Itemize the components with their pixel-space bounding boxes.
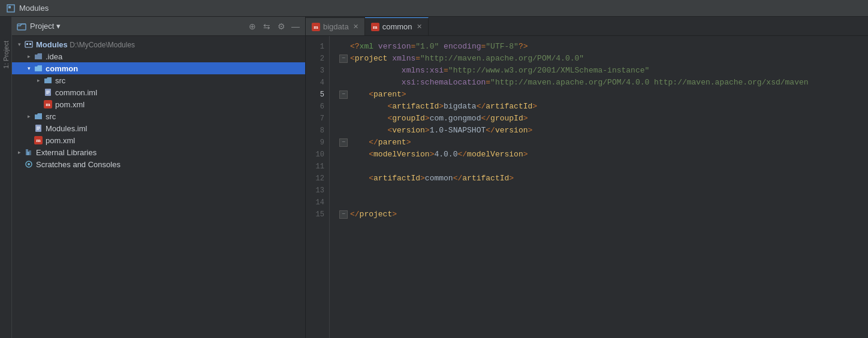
tree-arrow[interactable] (14, 147, 24, 157)
tab-bigdata-label: bigdata (323, 22, 349, 31)
code-line-5: − <parent> (339, 89, 868, 101)
svg-rect-4 (26, 43, 28, 45)
code-line-15: − </project> (339, 209, 868, 221)
code-line-13 (339, 185, 868, 197)
tree-label-src2: src (46, 112, 56, 121)
svg-rect-2 (17, 24, 26, 30)
line-num-11: 11 (306, 161, 329, 173)
tree-label: Modules D:\MyCode\Modules (36, 40, 135, 49)
code-line-11 (339, 161, 868, 173)
code-editor[interactable]: <?xml version="1.0" encoding="UTF-8" ?> … (330, 36, 868, 338)
tab-bigdata-icon: m (312, 23, 320, 31)
code-line-14 (339, 197, 868, 209)
modules-iml-icon (34, 123, 43, 133)
line-num-15: 15 (306, 209, 329, 221)
tree-label-pom1: pom.xml (55, 100, 85, 109)
title-bar-title: Modules (19, 4, 49, 13)
tree-item-scratches[interactable]: Scratches and Consoles (12, 158, 305, 170)
code-line-12: <artifactId> common </artifactId> (339, 173, 868, 185)
line-num-8: 8 (306, 125, 329, 137)
fold-btn-5[interactable]: − (339, 90, 348, 99)
tree-item-idea[interactable]: .idea (12, 50, 305, 62)
fold-btn-15[interactable]: − (339, 210, 348, 219)
tree-item-common-iml[interactable]: common.iml (12, 86, 305, 98)
tree-arrow[interactable] (24, 52, 34, 61)
tree-label-common: common (46, 64, 78, 73)
tab-common-label: common (382, 22, 412, 31)
filter-btn[interactable]: ⇆ (262, 22, 272, 31)
tree-arrow[interactable] (14, 40, 24, 49)
tree-label-pom2: pom.xml (46, 136, 75, 145)
code-line-4: xsi:schemaLocation="http://maven.apache.… (339, 77, 868, 89)
tree-label-scratches: Scratches and Consoles (36, 160, 120, 169)
tree-arrow[interactable] (24, 64, 34, 73)
code-line-2: − <project xmlns="http://maven.apache.or… (339, 53, 868, 65)
code-line-7: <groupId> com.gongmod </groupId> (339, 113, 868, 125)
folder-icon (34, 52, 43, 61)
line-num-13: 13 (306, 185, 329, 197)
svg-rect-3 (25, 41, 32, 47)
code-line-8: <version> 1.0-SNAPSHOT </version> (339, 125, 868, 137)
line-num-2: 2 (306, 53, 329, 65)
pom-icon: m (43, 99, 53, 109)
title-bar-icon (6, 4, 16, 13)
side-strip[interactable]: 1: Project (0, 17, 12, 338)
tree-item-src1[interactable]: src (12, 74, 305, 86)
tree-item-modules-root[interactable]: Modules D:\MyCode\Modules (12, 38, 305, 50)
svg-point-18 (28, 163, 30, 165)
side-strip-label: 1: Project (2, 41, 10, 68)
tree-label-src1: src (55, 76, 65, 85)
line-numbers: 1 2 3 4 5 6 7 8 9 10 11 12 13 14 15 (306, 36, 330, 338)
header-actions: ⊕ ⇆ ⚙ — (248, 22, 300, 31)
code-line-10: <modelVersion> 4.0.0 </modelVersion> (339, 149, 868, 161)
tab-bigdata-close[interactable]: ✕ (353, 23, 358, 31)
tree-item-pom1[interactable]: m pom.xml (12, 98, 305, 110)
line-num-10: 10 (306, 149, 329, 161)
svg-rect-1 (8, 6, 11, 8)
tab-common[interactable]: m common ✕ (365, 17, 429, 35)
tree-arrow (24, 135, 34, 145)
settings-btn[interactable]: ⚙ (276, 22, 286, 31)
tree-arrow (24, 123, 34, 133)
code-line-1: <?xml version="1.0" encoding="UTF-8" ?> (339, 41, 868, 53)
line-num-3: 3 (306, 65, 329, 77)
svg-rect-16 (27, 152, 29, 155)
tree-item-common[interactable]: common (12, 62, 305, 74)
project-panel: Project ▾ ⊕ ⇆ ⚙ — Modules D:\MyC (12, 17, 306, 338)
globe-btn[interactable]: ⊕ (248, 22, 257, 31)
tab-bar: m bigdata ✕ m common ✕ (306, 17, 868, 36)
iml-icon (43, 87, 53, 97)
tree-item-src2[interactable]: src (12, 110, 305, 122)
tree-label-ext-libs: External Libraries (36, 148, 97, 157)
tab-bigdata[interactable]: m bigdata ✕ (306, 17, 365, 35)
tree-label-idea: .idea (46, 52, 62, 61)
tree-arrow[interactable] (24, 111, 34, 121)
tree-item-pom2[interactable]: m pom.xml (12, 134, 305, 146)
line-num-7: 7 (306, 113, 329, 125)
line-num-1: 1 (306, 41, 329, 53)
modules-icon (24, 40, 34, 49)
svg-rect-5 (29, 43, 31, 45)
project-header-title[interactable]: Project ▾ (30, 22, 244, 31)
editor-content: 1 2 3 4 5 6 7 8 9 10 11 12 13 14 15 (306, 36, 868, 338)
fold-btn-2[interactable]: − (339, 55, 348, 63)
tab-common-icon: m (371, 23, 379, 31)
tab-common-close[interactable]: ✕ (417, 23, 422, 31)
line-num-12: 12 (306, 173, 329, 185)
main-layout: 1: Project Project ▾ ⊕ ⇆ ⚙ — (0, 17, 868, 338)
editor-area: m bigdata ✕ m common ✕ 1 2 3 4 5 (306, 17, 868, 338)
tree-arrow (34, 87, 43, 97)
minimize-btn[interactable]: — (291, 22, 300, 31)
line-num-5: 5 (306, 89, 329, 101)
tree-item-modules-iml[interactable]: Modules.iml (12, 122, 305, 134)
code-line-6: <artifactId> bigdata </artifactId> (339, 101, 868, 113)
tree-arrow (14, 159, 24, 169)
tree-arrow[interactable] (34, 76, 43, 85)
tree-arrow (34, 99, 43, 109)
scratches-icon (24, 159, 34, 169)
folder-src-icon (43, 76, 53, 85)
code-line-3: xmlns:xsi="http://www.w3.org/2001/XMLSch… (339, 65, 868, 77)
tree-item-ext-libs[interactable]: External Libraries (12, 146, 305, 158)
fold-btn-9[interactable]: − (339, 138, 348, 147)
project-tree: Modules D:\MyCode\Modules .idea (12, 36, 305, 338)
